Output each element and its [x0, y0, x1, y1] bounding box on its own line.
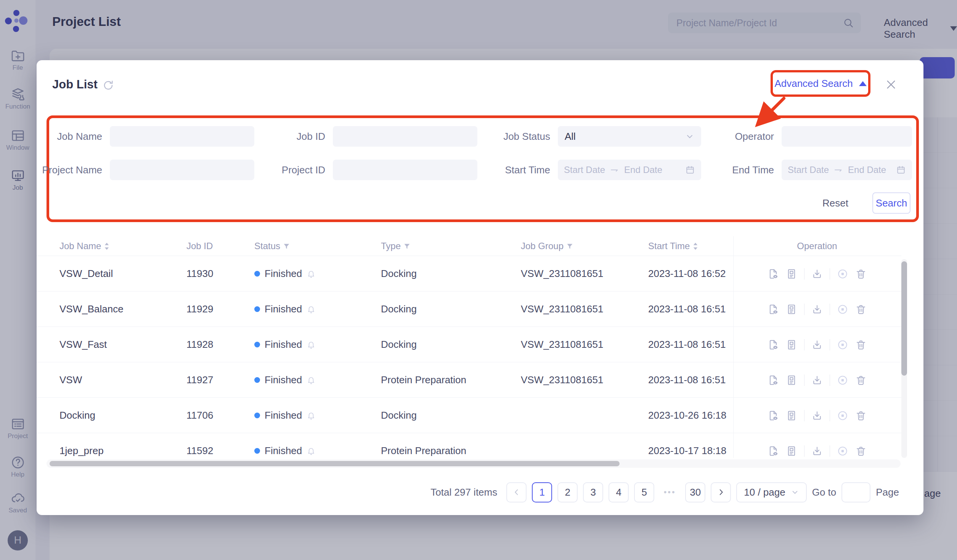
horizontal-scrollbar-thumb[interactable]	[50, 461, 620, 466]
cell-job-name: VSW_Balance	[59, 291, 124, 327]
column-header-job-id: Job ID	[186, 236, 213, 256]
status-dot-icon	[254, 271, 260, 277]
preview-file-icon[interactable]	[768, 410, 779, 421]
log-file-icon[interactable]	[786, 410, 797, 421]
preview-file-icon[interactable]	[768, 374, 779, 386]
stop-job-icon[interactable]	[837, 268, 848, 280]
log-file-icon[interactable]	[786, 445, 797, 457]
page-button-3[interactable]: 3	[583, 482, 603, 502]
notification-bell-icon[interactable]	[307, 340, 316, 349]
cell-job-name: VSW	[59, 362, 82, 398]
notification-bell-icon[interactable]	[307, 269, 316, 278]
sort-icon[interactable]	[693, 242, 698, 250]
divider	[830, 374, 830, 386]
stop-job-icon[interactable]	[837, 374, 848, 386]
table-row: Docking 11706 Finished Docking 2023-10-2…	[37, 398, 901, 433]
filter-icon[interactable]	[404, 243, 410, 250]
column-header-job-name[interactable]: Job Name	[59, 236, 109, 256]
page-button-5[interactable]: 5	[634, 482, 654, 502]
reset-button[interactable]: Reset	[822, 192, 848, 214]
stop-job-icon[interactable]	[837, 304, 848, 315]
operator-input[interactable]	[782, 126, 912, 147]
cell-start-time: 2023-11-08 16:51	[648, 362, 726, 398]
close-icon[interactable]	[885, 78, 897, 91]
job-id-input[interactable]	[333, 126, 477, 147]
modal-title: Job List	[52, 78, 98, 91]
log-file-icon[interactable]	[786, 374, 797, 386]
advanced-search-toggle[interactable]: Advanced Search	[774, 78, 853, 90]
delete-icon[interactable]	[855, 304, 867, 315]
notification-bell-icon[interactable]	[307, 411, 316, 420]
stop-job-icon[interactable]	[837, 445, 848, 457]
job-name-input[interactable]	[110, 126, 254, 147]
status-text: Finished	[265, 445, 302, 457]
download-icon[interactable]	[811, 374, 823, 386]
page-button-4[interactable]: 4	[609, 482, 629, 502]
page-button-30[interactable]: 30	[685, 482, 705, 502]
filter-icon[interactable]	[567, 243, 573, 250]
stop-job-icon[interactable]	[837, 410, 848, 421]
column-header-start-time[interactable]: Start Time	[648, 236, 698, 256]
cell-status: Finished	[254, 327, 316, 362]
preview-file-icon[interactable]	[768, 339, 779, 350]
prev-page-button[interactable]	[506, 482, 527, 502]
delete-icon[interactable]	[855, 410, 867, 421]
stop-job-icon[interactable]	[837, 339, 848, 350]
project-id-input[interactable]	[333, 160, 477, 180]
calendar-icon	[685, 165, 695, 175]
page-button-2[interactable]: 2	[557, 482, 578, 502]
column-header-status[interactable]: Status	[254, 236, 290, 256]
vertical-scrollbar-thumb[interactable]	[901, 261, 907, 376]
page-button-1[interactable]: 1	[532, 482, 552, 502]
project-id-field[interactable]: Project ID	[333, 160, 477, 180]
page-size-select[interactable]: 10 / page	[736, 482, 806, 502]
project-name-input[interactable]	[110, 160, 254, 180]
chevron-down-icon	[685, 132, 694, 141]
column-label: Operation	[797, 241, 837, 251]
project-name-field[interactable]: Project Name	[110, 160, 254, 180]
delete-icon[interactable]	[855, 445, 867, 457]
log-file-icon[interactable]	[786, 304, 797, 315]
divider	[804, 339, 804, 350]
log-file-icon[interactable]	[786, 339, 797, 350]
horizontal-scrollbar[interactable]	[47, 459, 901, 468]
filter-icon[interactable]	[283, 243, 290, 250]
preview-file-icon[interactable]	[768, 445, 779, 457]
delete-icon[interactable]	[855, 268, 867, 280]
preview-file-icon[interactable]	[768, 304, 779, 315]
page-ellipsis[interactable]: •••	[660, 482, 680, 502]
download-icon[interactable]	[811, 410, 823, 421]
notification-bell-icon[interactable]	[307, 446, 316, 456]
operator-field[interactable]: Operator	[782, 126, 912, 147]
goto-page-input[interactable]	[841, 482, 870, 502]
job-id-label: Job ID	[297, 126, 325, 147]
sort-icon[interactable]	[104, 242, 109, 250]
start-time-daterange[interactable]: Start Time Start Date End Date	[558, 160, 701, 180]
next-page-button[interactable]	[711, 482, 731, 502]
notification-bell-icon[interactable]	[307, 376, 316, 385]
download-icon[interactable]	[811, 339, 823, 350]
job-name-field[interactable]: Job Name	[110, 126, 254, 147]
end-time-daterange[interactable]: End Time Start Date End Date	[782, 160, 912, 180]
cell-operation	[733, 291, 901, 327]
preview-file-icon[interactable]	[768, 268, 779, 280]
column-header-job-group[interactable]: Job Group	[521, 236, 573, 256]
cell-type: Docking	[381, 327, 417, 362]
cell-start-time: 2023-11-08 16:51	[648, 327, 726, 362]
search-button[interactable]: Search	[872, 192, 910, 214]
vertical-scrollbar[interactable]	[901, 259, 907, 458]
divider	[830, 445, 830, 457]
download-icon[interactable]	[811, 268, 823, 280]
job-status-select[interactable]: Job Status All	[558, 126, 701, 147]
delete-icon[interactable]	[855, 339, 867, 350]
refresh-icon[interactable]	[102, 79, 114, 91]
log-file-icon[interactable]	[786, 268, 797, 280]
divider	[830, 268, 830, 280]
project-id-label: Project ID	[282, 160, 325, 180]
download-icon[interactable]	[811, 445, 823, 457]
download-icon[interactable]	[811, 304, 823, 315]
column-header-type[interactable]: Type	[381, 236, 410, 256]
notification-bell-icon[interactable]	[307, 305, 316, 314]
delete-icon[interactable]	[855, 374, 867, 386]
job-id-field[interactable]: Job ID	[333, 126, 477, 147]
